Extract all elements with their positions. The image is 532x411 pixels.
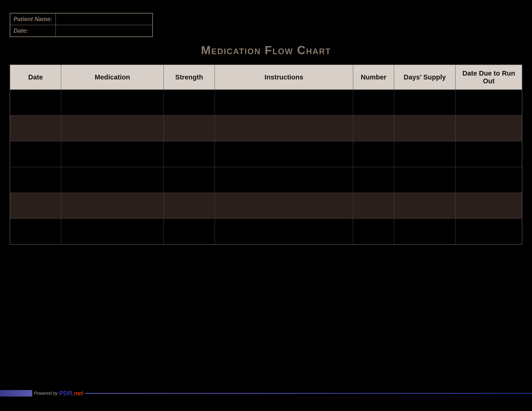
cell-medication[interactable]	[61, 90, 163, 115]
cell-days-supply[interactable]	[394, 219, 456, 244]
cell-medication[interactable]	[61, 193, 163, 219]
cell-days-supply[interactable]	[394, 141, 456, 167]
col-date: Date	[10, 65, 61, 90]
page-title: Medication Flow Chart	[0, 44, 532, 57]
cell-strength[interactable]	[164, 167, 215, 193]
col-date-due: Date Due to Run Out	[456, 65, 522, 90]
table-row	[10, 193, 522, 219]
footer-stripe-right	[85, 393, 532, 394]
cell-number[interactable]	[353, 141, 394, 167]
table-row	[10, 115, 522, 141]
col-strength: Strength	[164, 65, 215, 90]
cell-number[interactable]	[353, 167, 394, 193]
footer: Powered by PDR.net	[0, 388, 532, 398]
cell-instructions[interactable]	[215, 90, 353, 115]
table-row	[10, 141, 522, 167]
cell-date-due[interactable]	[456, 90, 522, 115]
cell-medication[interactable]	[61, 141, 163, 167]
cell-date[interactable]	[10, 141, 61, 167]
cell-strength[interactable]	[164, 193, 215, 219]
table-container: Date Medication Strength Instructions Nu…	[10, 65, 522, 245]
patient-info-box: Patient Name: Date:	[10, 13, 153, 37]
cell-date[interactable]	[10, 219, 61, 244]
cell-date-due[interactable]	[456, 219, 522, 244]
cell-number[interactable]	[353, 115, 394, 141]
col-days-supply: Days’ Supply	[394, 65, 456, 90]
cell-date-due[interactable]	[456, 115, 522, 141]
cell-instructions[interactable]	[215, 115, 353, 141]
table-row	[10, 219, 522, 244]
table-header-row: Date Medication Strength Instructions Nu…	[10, 65, 522, 90]
cell-date-due[interactable]	[456, 167, 522, 193]
cell-number[interactable]	[353, 193, 394, 219]
cell-date[interactable]	[10, 167, 61, 193]
title-area: Medication Flow Chart	[0, 44, 532, 57]
table-row	[10, 167, 522, 193]
cell-date[interactable]	[10, 115, 61, 141]
date-label: Date:	[10, 25, 56, 37]
cell-instructions[interactable]	[215, 219, 353, 244]
brand-dot: .	[72, 390, 74, 397]
cell-medication[interactable]	[61, 219, 163, 244]
patient-name-label: Patient Name:	[10, 13, 56, 25]
brand-pdr: PDR	[59, 390, 72, 397]
cell-strength[interactable]	[164, 115, 215, 141]
cell-date-due[interactable]	[456, 141, 522, 167]
brand-net: net	[74, 390, 83, 397]
cell-medication[interactable]	[61, 115, 163, 141]
col-instructions: Instructions	[215, 65, 353, 90]
cell-days-supply[interactable]	[394, 90, 456, 115]
date-input[interactable]	[56, 25, 152, 37]
footer-text: Powered by	[34, 391, 58, 396]
cell-instructions[interactable]	[215, 141, 353, 167]
cell-date[interactable]	[10, 90, 61, 115]
cell-strength[interactable]	[164, 90, 215, 115]
col-number: Number	[353, 65, 394, 90]
footer-stripe-left	[0, 390, 32, 396]
cell-instructions[interactable]	[215, 193, 353, 219]
page: Patient Name: Date: Medication Flow Char…	[0, 0, 532, 411]
cell-number[interactable]	[353, 90, 394, 115]
cell-instructions[interactable]	[215, 167, 353, 193]
medication-flow-chart-table: Date Medication Strength Instructions Nu…	[10, 65, 522, 245]
table-row	[10, 90, 522, 115]
cell-days-supply[interactable]	[394, 167, 456, 193]
cell-number[interactable]	[353, 219, 394, 244]
patient-name-input[interactable]	[56, 13, 152, 25]
cell-date[interactable]	[10, 193, 61, 219]
cell-medication[interactable]	[61, 167, 163, 193]
col-medication: Medication	[61, 65, 163, 90]
footer-brand: PDR.net	[59, 390, 83, 397]
cell-strength[interactable]	[164, 219, 215, 244]
cell-strength[interactable]	[164, 141, 215, 167]
cell-date-due[interactable]	[456, 193, 522, 219]
cell-days-supply[interactable]	[394, 193, 456, 219]
cell-days-supply[interactable]	[394, 115, 456, 141]
